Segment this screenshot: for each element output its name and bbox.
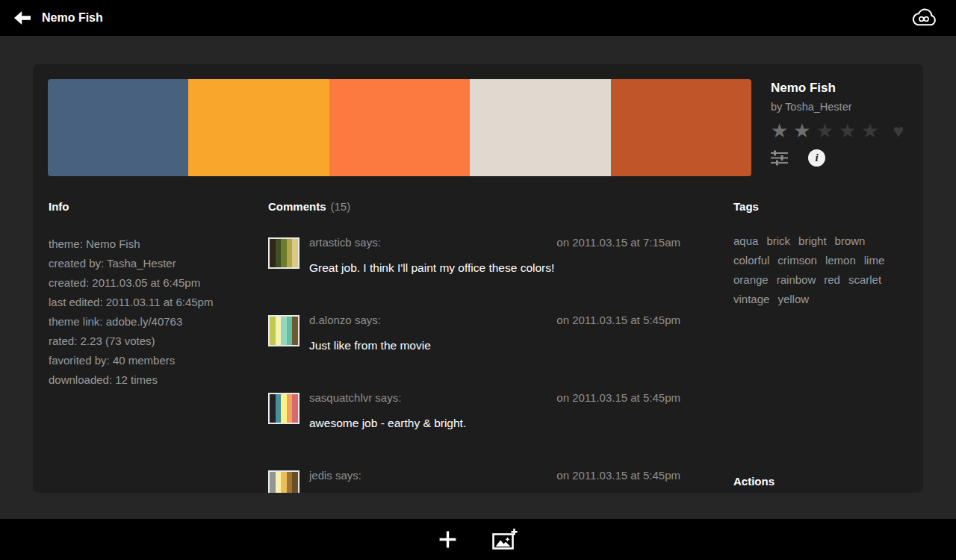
- tags-section: Tags aquabrickbrightbrowncolorfulcrimson…: [733, 200, 895, 306]
- tag-item[interactable]: scarlet: [848, 273, 881, 287]
- tag-item[interactable]: lime: [864, 254, 885, 267]
- theme-byline: by Tosha_Hester: [771, 101, 920, 113]
- tag-item[interactable]: yellow: [777, 293, 809, 306]
- avatar-stripe: [281, 317, 287, 345]
- comment-timestamp: on 2011.03.15 at 5:45pm: [556, 391, 680, 404]
- avatar-stripe: [287, 239, 293, 267]
- info-line: downloaded: 12 times: [49, 370, 258, 390]
- info-section: Info theme: Nemo Fishcreated by: Tasha_H…: [49, 200, 258, 390]
- avatar-stripe: [281, 472, 287, 493]
- new-theme-button[interactable]: [438, 530, 457, 549]
- avatar-stripe: [292, 317, 298, 345]
- palette-swatch[interactable]: [329, 79, 470, 176]
- tag-item[interactable]: lemon: [825, 254, 856, 267]
- sliders-icon: [771, 150, 789, 166]
- comment-timestamp: on 2011.03.15 at 7:15am: [556, 236, 680, 249]
- comment-text: Great job. I think I'll paint my office …: [309, 261, 554, 275]
- creative-cloud-icon[interactable]: [911, 8, 937, 28]
- star-icon[interactable]: ★: [861, 120, 878, 141]
- actions-heading: Actions: [733, 475, 775, 488]
- tag-item[interactable]: bright: [798, 234, 827, 248]
- comments-count: (15): [331, 200, 351, 213]
- comment-username[interactable]: d.alonzo says:: [309, 314, 381, 326]
- topbar-title: Nemo Fish: [42, 11, 103, 25]
- avatar-stripe: [270, 394, 276, 423]
- palette-swatch[interactable]: [188, 79, 329, 176]
- star-icon[interactable]: ★: [816, 120, 834, 141]
- comment-username[interactable]: artasticb says:: [309, 236, 381, 249]
- info-button[interactable]: i: [808, 149, 825, 167]
- tag-item[interactable]: brown: [835, 234, 866, 248]
- comment-list: artasticb says:on 2011.03.15 at 7:15amGr…: [268, 236, 680, 493]
- comment-avatar[interactable]: [268, 237, 299, 269]
- back-button[interactable]: [13, 10, 31, 25]
- topbar: Nemo Fish: [0, 0, 956, 36]
- avatar-stripe: [287, 472, 293, 493]
- info-line: favorited by: 40 members: [49, 351, 258, 370]
- comment-item: sasquatchlvr says:on 2011.03.15 at 5:45p…: [268, 391, 680, 469]
- tags-heading: Tags: [733, 200, 895, 213]
- comment-username[interactable]: jedis says:: [309, 469, 361, 482]
- tag-item[interactable]: brick: [766, 234, 790, 248]
- comments-heading-label: Comments: [268, 200, 326, 213]
- comment-avatar[interactable]: [268, 470, 299, 493]
- avatar-stripe: [292, 239, 298, 267]
- avatar-stripe: [270, 239, 276, 267]
- theme-header: Nemo Fish by Tosha_Hester ★★★★★ ♥: [771, 81, 920, 167]
- theme-card: Nemo Fish by Tosha_Hester ★★★★★ ♥: [33, 64, 923, 493]
- tag-item[interactable]: rainbow: [777, 273, 816, 287]
- favorite-heart-icon[interactable]: ♥: [893, 120, 904, 141]
- info-line: rated: 2.23 (73 votes): [49, 332, 258, 351]
- bottombar: [0, 519, 956, 560]
- color-palette: [48, 79, 751, 176]
- star-icon[interactable]: ★: [771, 120, 788, 141]
- tag-list: aquabrickbrightbrowncolorfulcrimsonlemon…: [733, 234, 895, 306]
- comment-text: awesome job - earthy & bright.: [309, 417, 466, 430]
- avatar-stripe: [292, 394, 298, 423]
- info-line: theme link: adobe.ly/40763: [49, 312, 258, 332]
- image-plus-icon: [491, 528, 518, 551]
- comment-item: d.alonzo says:on 2011.03.15 at 5:45pmJus…: [268, 314, 680, 391]
- tag-item[interactable]: vintage: [733, 293, 769, 306]
- avatar-stripe: [270, 317, 276, 345]
- comment-text: Just like from the movie: [309, 339, 431, 352]
- stars: ★★★★★: [771, 120, 884, 141]
- tag-item[interactable]: red: [824, 273, 840, 287]
- star-icon[interactable]: ★: [839, 120, 856, 141]
- palette-swatch[interactable]: [48, 79, 188, 176]
- tag-item[interactable]: crimson: [777, 254, 817, 267]
- comment-username[interactable]: sasquatchlvr says:: [309, 391, 401, 404]
- star-rating: ★★★★★ ♥: [771, 120, 920, 141]
- info-line: created: 2011.03.05 at 6:45pm: [49, 273, 258, 293]
- avatar-stripe: [281, 394, 287, 423]
- theme-tools: i: [771, 149, 920, 167]
- comment-timestamp: on 2011.03.15 at 5:45pm: [556, 314, 680, 326]
- tag-item[interactable]: aqua: [733, 234, 758, 248]
- comments-heading: Comments(15): [268, 200, 680, 213]
- palette-swatch[interactable]: [470, 79, 610, 176]
- create-from-image-button[interactable]: [491, 528, 518, 551]
- palette-swatch[interactable]: [611, 79, 751, 176]
- avatar-stripe: [287, 394, 293, 423]
- comment-timestamp: on 2011.03.15 at 5:45pm: [556, 469, 680, 482]
- comments-section: Comments(15) artasticb says:on 2011.03.1…: [268, 200, 680, 493]
- comment-avatar[interactable]: [268, 393, 299, 424]
- star-icon[interactable]: ★: [793, 120, 810, 141]
- plus-icon: [438, 530, 457, 549]
- avatar-stripe: [270, 472, 276, 493]
- theme-title: Nemo Fish: [771, 81, 920, 96]
- avatar-stripe: [276, 317, 282, 345]
- tag-item[interactable]: orange: [733, 273, 769, 287]
- comment-avatar[interactable]: [268, 315, 299, 346]
- info-line: last edited: 2011.03.11 at 6:45pm: [49, 293, 258, 312]
- avatar-stripe: [292, 472, 298, 493]
- avatar-stripe: [276, 472, 282, 493]
- info-lines: theme: Nemo Fishcreated by: Tasha_Hester…: [49, 234, 258, 390]
- tag-item[interactable]: colorful: [733, 254, 769, 267]
- avatar-stripe: [281, 239, 287, 267]
- comment-item: jedis says:on 2011.03.15 at 5:45pm: [268, 469, 680, 493]
- back-arrow-icon: [13, 10, 31, 25]
- info-icon: i: [808, 149, 825, 167]
- avatar-stripe: [276, 394, 282, 423]
- edit-sliders-button[interactable]: [771, 150, 789, 166]
